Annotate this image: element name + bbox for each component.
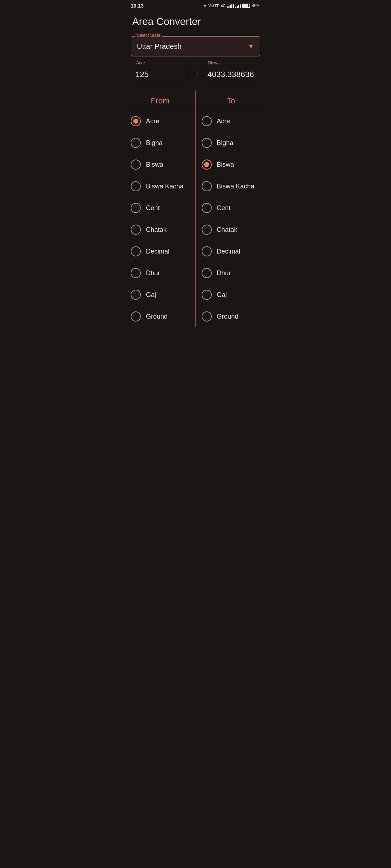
to-unit-label-cent: Cent [217,204,231,212]
from-unit-row[interactable]: Bigha [125,132,196,154]
to-unit-row[interactable]: Acre [196,110,266,132]
from-unit-row[interactable]: Biswa Kacha [125,175,196,197]
from-units-column: AcreBighaBiswaBiswa KachaCentChatakDecim… [125,110,196,327]
to-unit-label-dhur: Dhur [217,269,231,277]
to-unit-label-biswa-kacha: Biswa Kacha [217,183,255,190]
from-unit-row[interactable]: Ground [125,306,196,327]
from-radio-chatak[interactable] [131,225,141,235]
to-radio-chatak[interactable] [202,225,212,235]
from-radio-ground[interactable] [131,311,141,322]
bluetooth-icon: ⁕ [203,3,207,8]
from-unit-label-biswa: Biswa [146,161,163,169]
from-value-input[interactable] [131,64,188,83]
from-unit-label-bigha: Bigha [146,139,163,147]
to-radio-dhur[interactable] [202,268,212,278]
app-title: Area Converter [125,10,266,36]
to-unit-label-decimal: Decimal [217,248,240,255]
status-bar: 10:13 ⁕ VoLTE 4G 86% [125,0,266,10]
to-unit-row[interactable]: Ground [196,306,266,327]
vo-lte-icon: VoLTE [208,4,219,8]
signal-icon-2 [235,4,241,8]
from-to-header: From To [125,90,266,110]
from-unit-label-ground: Ground [146,313,168,320]
to-unit-row[interactable]: Dhur [196,262,266,284]
from-radio-biswa[interactable] [131,159,141,170]
from-radio-cent[interactable] [131,203,141,213]
from-radio-decimal[interactable] [131,246,141,256]
from-unit-row[interactable]: Dhur [125,262,196,284]
from-unit-label: Acre [135,60,147,65]
from-unit-row[interactable]: Acre [125,110,196,132]
to-unit-label-biswa: Biswa [217,161,234,169]
from-unit-label-biswa-kacha: Biswa Kacha [146,183,184,190]
to-column-header: To [196,90,266,110]
from-radio-biswa-kacha[interactable] [131,181,141,191]
state-selector-container: Select State Uttar Pradesh Bihar Madhya … [131,36,260,56]
to-unit-label-chatak: Chatak [217,226,237,234]
state-selector-label: Select State [135,33,162,38]
to-unit-row[interactable]: Cent [196,197,266,219]
state-selector[interactable]: Uttar Pradesh Bihar Madhya Pradesh Rajas… [131,37,260,56]
to-radio-bigha[interactable] [202,138,212,148]
converter-row: Acre → Biswa [131,64,260,83]
to-unit-label-gaj: Gaj [217,291,227,299]
from-radio-bigha[interactable] [131,138,141,148]
from-unit-label-cent: Cent [146,204,160,212]
to-radio-biswa[interactable] [202,159,212,170]
to-input-group: Biswa [203,64,260,83]
from-unit-label-decimal: Decimal [146,248,169,255]
to-unit-row[interactable]: Biswa [196,154,266,175]
to-radio-gaj[interactable] [202,290,212,300]
to-unit-label-acre: Acre [217,118,230,125]
to-unit-label-ground: Ground [217,313,239,320]
to-unit-row[interactable]: Decimal [196,241,266,262]
to-radio-acre[interactable] [202,116,212,126]
to-value-input[interactable] [203,64,260,83]
to-unit-row[interactable]: Chatak [196,219,266,241]
from-radio-dhur[interactable] [131,268,141,278]
from-unit-row[interactable]: Decimal [125,241,196,262]
from-unit-label-acre: Acre [146,118,159,125]
to-unit-label: Biswa [207,60,221,65]
to-unit-row[interactable]: Biswa Kacha [196,175,266,197]
convert-arrow-icon: → [188,69,203,78]
to-radio-decimal[interactable] [202,246,212,256]
from-radio-acre[interactable] [131,116,141,126]
from-unit-row[interactable]: Cent [125,197,196,219]
units-table: AcreBighaBiswaBiswa KachaCentChatakDecim… [125,110,266,327]
to-unit-label-bigha: Bigha [217,139,234,147]
signal-icon [227,4,234,8]
from-unit-row[interactable]: Chatak [125,219,196,241]
to-unit-row[interactable]: Gaj [196,284,266,306]
battery-icon [242,4,250,8]
status-icons: ⁕ VoLTE 4G 86% [203,3,260,8]
from-unit-label-dhur: Dhur [146,269,160,277]
to-radio-cent[interactable] [202,203,212,213]
from-input-group: Acre [131,64,188,83]
from-radio-gaj[interactable] [131,290,141,300]
battery-percent: 86% [252,3,260,8]
from-column-header: From [125,90,196,110]
network-4g-icon: 4G [221,4,226,8]
from-unit-label-chatak: Chatak [146,226,167,234]
status-time: 10:13 [131,3,144,9]
from-unit-row[interactable]: Gaj [125,284,196,306]
from-unit-row[interactable]: Biswa [125,154,196,175]
to-radio-ground[interactable] [202,311,212,322]
to-radio-biswa-kacha[interactable] [202,181,212,191]
to-unit-row[interactable]: Bigha [196,132,266,154]
to-units-column: AcreBighaBiswaBiswa KachaCentChatakDecim… [196,110,266,327]
from-unit-label-gaj: Gaj [146,291,156,299]
